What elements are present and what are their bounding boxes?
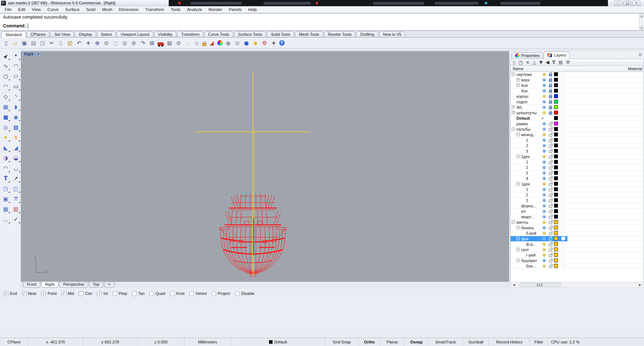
layer-name[interactable]: меинд... [521, 132, 536, 137]
layer-lock-icon[interactable] [549, 128, 552, 131]
status-ortho[interactable]: Ortho [359, 338, 380, 346]
status-smarttrack[interactable]: SmartTrack [429, 338, 463, 346]
expand-icon[interactable]: + [516, 84, 520, 87]
layer-name[interactable]: бушприт [521, 258, 537, 263]
clipboard-icon[interactable]: ▥ [66, 39, 74, 47]
select-tool-icon[interactable]: ► [1, 51, 10, 61]
layer-row-бушприт[interactable]: −бушприт [511, 258, 643, 264]
menu-transform[interactable]: Transform [142, 7, 167, 12]
array-linear-tool-icon[interactable]: ▥ [11, 204, 20, 214]
filter-left-icon[interactable]: ◀ [546, 59, 549, 66]
layer-lock-icon[interactable] [549, 134, 552, 137]
layer-row-седло[interactable]: седло [511, 99, 643, 105]
layer-lock-icon[interactable] [549, 200, 552, 202]
sphere-tool-icon[interactable]: ◉ [11, 112, 20, 122]
layer-color-swatch[interactable] [554, 111, 558, 115]
layer-material-circle[interactable] [561, 160, 565, 164]
layer-material-circle[interactable] [561, 242, 565, 246]
arc-through-points-tool-icon[interactable]: ◠ [11, 61, 20, 71]
layer-color-swatch[interactable] [554, 122, 558, 126]
menu-dimension[interactable]: Dimension [116, 7, 142, 12]
status-planar[interactable]: Planar [380, 338, 405, 346]
layer-visibility-bulb-icon[interactable] [543, 106, 546, 109]
explode-tool-icon[interactable]: ✶ [1, 133, 10, 142]
layer-row-кварт[interactable]: кварт... [511, 214, 643, 220]
osnap-disable[interactable]: Disable [235, 291, 255, 296]
new-file-icon[interactable]: ▯ [3, 39, 10, 47]
layer-name[interactable]: чертежи [516, 72, 532, 77]
layer-visibility-bulb-icon[interactable] [543, 73, 546, 76]
layer-lock-icon[interactable] [549, 107, 552, 109]
layer-row-чертежи[interactable]: −чертежи [511, 72, 643, 77]
layer-material-circle[interactable] [561, 143, 565, 147]
copy-to-clipboard-icon[interactable]: ◳ [39, 39, 46, 47]
osnap-near[interactable]: Near [22, 291, 37, 296]
layer-color-swatch[interactable] [554, 247, 558, 251]
layer-lock-icon[interactable] [549, 178, 552, 180]
toolbar-tab-visibility[interactable]: Visibility [154, 31, 177, 37]
layer-material-circle[interactable] [561, 83, 565, 87]
layer-color-swatch[interactable] [554, 198, 558, 202]
osnap-project[interactable]: Project [211, 291, 230, 296]
toolbar-tab-surface-tools[interactable]: Surface Tools [234, 31, 266, 37]
scroll-up-icon[interactable]: ▲ [640, 14, 643, 18]
layer-color-swatch[interactable] [554, 83, 558, 87]
chamfer-edge-tool-icon[interactable]: ◢ [11, 143, 20, 153]
layer-visibility-bulb-icon[interactable] [543, 84, 546, 87]
layer-name[interactable]: палубы [516, 127, 530, 132]
layer-lock-icon[interactable] [549, 161, 552, 164]
status-default[interactable]: Default [231, 338, 325, 346]
layer-material-circle[interactable] [561, 111, 565, 115]
menu-help[interactable]: Help [245, 7, 260, 12]
layer-color-swatch[interactable] [554, 94, 558, 98]
layer-row-верх[interactable]: +верх [511, 77, 643, 83]
menu-mesh[interactable]: Mesh [99, 7, 116, 12]
surface-from-points-tool-icon[interactable]: ▦ [1, 102, 10, 112]
layer-row-б-рей[interactable]: б-рей [511, 231, 643, 236]
layer-row-ют[interactable]: ют [511, 209, 643, 214]
viewport-right[interactable]: Right ▼ [21, 51, 509, 282]
status-gumball[interactable]: Gumball [463, 338, 489, 346]
layer-color-swatch[interactable] [554, 100, 558, 104]
layer-row-шпангоуты[interactable]: +шпангоуты [511, 110, 643, 116]
layer-filter-icon[interactable]: ∇ [552, 59, 555, 66]
viewport-title[interactable]: Right ▼ [23, 51, 41, 57]
layer-color-swatch[interactable] [554, 182, 558, 186]
layer-visibility-bulb-icon[interactable] [543, 243, 546, 246]
osnap-perp[interactable]: Perp [113, 291, 127, 296]
toolbar-tab-mesh-tools[interactable]: Mesh Tools [295, 31, 323, 37]
menu-render[interactable]: Render [205, 7, 226, 12]
layer-material-circle[interactable] [561, 220, 565, 224]
layer-lock-icon[interactable] [549, 156, 552, 158]
checkbox-project-icon[interactable] [211, 291, 216, 296]
layer-visibility-bulb-icon[interactable] [543, 128, 546, 131]
checkbox-perp-icon[interactable] [113, 291, 117, 296]
toolbar-tab-viewport-layout[interactable]: Viewport Layout [117, 31, 153, 37]
panel-tab-properties[interactable]: Properties [511, 52, 543, 59]
collapse-icon[interactable]: − [516, 248, 520, 251]
layer-name[interactable]: 2дек [521, 154, 530, 159]
layer-visibility-bulb-icon[interactable] [543, 100, 546, 103]
checkbox-disable-icon[interactable] [235, 291, 240, 296]
layer-material-circle[interactable] [561, 116, 565, 120]
layer-lock-icon[interactable] [549, 232, 552, 235]
osnap-vertex[interactable]: Vertex [189, 291, 207, 296]
viewport-tab-top[interactable]: Top [89, 282, 104, 288]
layer-visibility-bulb-icon[interactable] [543, 182, 546, 185]
car-icon[interactable] [157, 42, 164, 46]
scroll-down-icon[interactable]: ▼ [640, 26, 643, 30]
panel-tab-layers[interactable]: Layers [544, 51, 570, 59]
collapse-icon[interactable]: − [516, 237, 520, 240]
viewport-tab-right[interactable]: Right [41, 282, 59, 288]
mirror-tool-icon[interactable]: ◫ [11, 184, 20, 193]
layer-material-circle[interactable] [561, 89, 565, 93]
command-scrollbar[interactable]: ▲ ▼ [639, 14, 644, 30]
checkbox-knot-icon[interactable] [170, 291, 175, 296]
curve-control-points-tool-icon[interactable]: ∿ [1, 61, 10, 71]
expand-icon[interactable]: + [512, 105, 515, 109]
layer-name[interactable]: WL [516, 105, 523, 110]
layer-name[interactable]: ют [521, 209, 526, 214]
layer-visibility-bulb-icon[interactable] [543, 166, 546, 169]
circle-center-icon[interactable]: ⊘ [175, 39, 182, 47]
layer-lock-icon[interactable] [549, 189, 552, 191]
